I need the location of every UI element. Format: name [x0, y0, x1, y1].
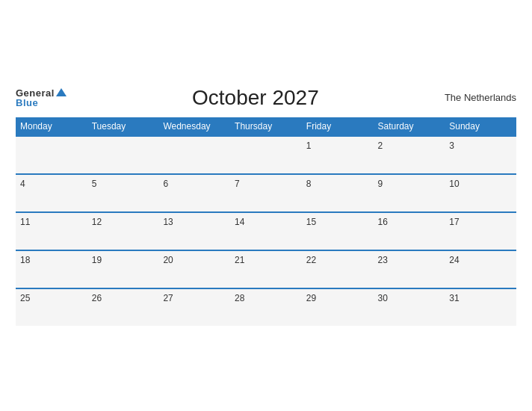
- day-number: 21: [235, 255, 244, 265]
- day-number: 26: [92, 293, 102, 303]
- day-number: 16: [378, 217, 388, 227]
- calendar-day-cell: 19: [87, 250, 159, 288]
- calendar-day-cell: 22: [302, 250, 374, 288]
- calendar-day-cell: 12: [87, 212, 159, 250]
- calendar-day-cell: 24: [445, 250, 516, 288]
- day-number: 27: [163, 293, 173, 303]
- calendar-title: October 2027: [192, 86, 319, 110]
- calendar-week-row: 123: [16, 136, 516, 174]
- calendar-day-cell: 10: [445, 174, 516, 212]
- calendar-day-cell: 25: [16, 288, 87, 326]
- calendar-day-cell: 2: [374, 136, 445, 174]
- day-number: 12: [92, 217, 102, 227]
- calendar-week-row: 18192021222324: [16, 250, 516, 288]
- col-header-tuesday: Tuesday: [87, 117, 159, 136]
- calendar-day-cell: [230, 136, 302, 174]
- day-number: 28: [235, 293, 244, 303]
- logo: General Blue: [16, 88, 66, 108]
- calendar-day-cell: 5: [87, 174, 159, 212]
- calendar-day-cell: 14: [230, 212, 302, 250]
- calendar-day-cell: 31: [445, 288, 516, 326]
- calendar-table: MondayTuesdayWednesdayThursdayFridaySatu…: [16, 117, 516, 326]
- col-header-monday: Monday: [16, 117, 87, 136]
- col-header-thursday: Thursday: [230, 117, 302, 136]
- calendar-week-row: 45678910: [16, 174, 516, 212]
- day-number: 19: [92, 255, 102, 265]
- logo-general-text: General: [16, 88, 55, 98]
- calendar-day-cell: 16: [374, 212, 445, 250]
- calendar-day-cell: 13: [158, 212, 230, 250]
- calendar-day-cell: 29: [302, 288, 374, 326]
- day-number: 14: [235, 217, 244, 227]
- calendar-day-cell: 15: [302, 212, 374, 250]
- day-number: 3: [449, 140, 454, 151]
- day-number: 30: [378, 293, 388, 303]
- day-number: 22: [306, 255, 316, 265]
- col-header-sunday: Sunday: [445, 117, 516, 136]
- calendar-day-cell: 7: [230, 174, 302, 212]
- day-number: 24: [449, 255, 459, 265]
- day-number: 8: [306, 179, 312, 189]
- day-number: 31: [449, 293, 459, 303]
- col-header-saturday: Saturday: [374, 117, 445, 136]
- day-number: 6: [163, 179, 168, 189]
- col-header-wednesday: Wednesday: [158, 117, 230, 136]
- calendar-day-cell: 20: [158, 250, 230, 288]
- day-number: 2: [378, 140, 383, 151]
- calendar-wrapper: General Blue October 2027 The Netherland…: [8, 78, 524, 333]
- day-number: 15: [306, 217, 316, 227]
- calendar-day-cell: 4: [16, 174, 87, 212]
- calendar-day-cell: [16, 136, 87, 174]
- day-number: 17: [449, 217, 459, 227]
- calendar-day-cell: 30: [374, 288, 445, 326]
- day-number: 1: [306, 140, 312, 151]
- calendar-day-cell: 21: [230, 250, 302, 288]
- day-number: 23: [378, 255, 388, 265]
- day-number: 7: [235, 179, 240, 189]
- calendar-day-cell: 3: [445, 136, 516, 174]
- logo-triangle-icon: [56, 88, 66, 96]
- calendar-header-row: MondayTuesdayWednesdayThursdayFridaySatu…: [16, 117, 516, 136]
- day-number: 10: [449, 179, 459, 189]
- calendar-week-row: 25262728293031: [16, 288, 516, 326]
- day-number: 13: [163, 217, 173, 227]
- day-number: 29: [306, 293, 316, 303]
- day-number: 20: [163, 255, 173, 265]
- calendar-thead: MondayTuesdayWednesdayThursdayFridaySatu…: [16, 117, 516, 136]
- calendar-week-row: 11121314151617: [16, 212, 516, 250]
- calendar-day-cell: 9: [374, 174, 445, 212]
- calendar-day-cell: 17: [445, 212, 516, 250]
- col-header-friday: Friday: [302, 117, 374, 136]
- day-number: 5: [92, 179, 97, 189]
- calendar-day-cell: 18: [16, 250, 87, 288]
- day-number: 4: [20, 179, 25, 189]
- calendar-day-cell: [87, 136, 159, 174]
- calendar-day-cell: [158, 136, 230, 174]
- day-number: 11: [20, 217, 30, 227]
- calendar-day-cell: 1: [302, 136, 374, 174]
- calendar-country: The Netherlands: [445, 92, 516, 103]
- calendar-day-cell: 28: [230, 288, 302, 326]
- calendar-day-cell: 8: [302, 174, 374, 212]
- calendar-header: General Blue October 2027 The Netherland…: [16, 86, 516, 110]
- day-number: 25: [20, 293, 30, 303]
- calendar-day-cell: 26: [87, 288, 159, 326]
- calendar-day-cell: 27: [158, 288, 230, 326]
- calendar-day-cell: 6: [158, 174, 230, 212]
- day-number: 18: [20, 255, 30, 265]
- calendar-day-cell: 23: [374, 250, 445, 288]
- logo-blue-text: Blue: [16, 98, 38, 108]
- calendar-day-cell: 11: [16, 212, 87, 250]
- calendar-tbody: 1234567891011121314151617181920212223242…: [16, 136, 516, 326]
- day-number: 9: [378, 179, 383, 189]
